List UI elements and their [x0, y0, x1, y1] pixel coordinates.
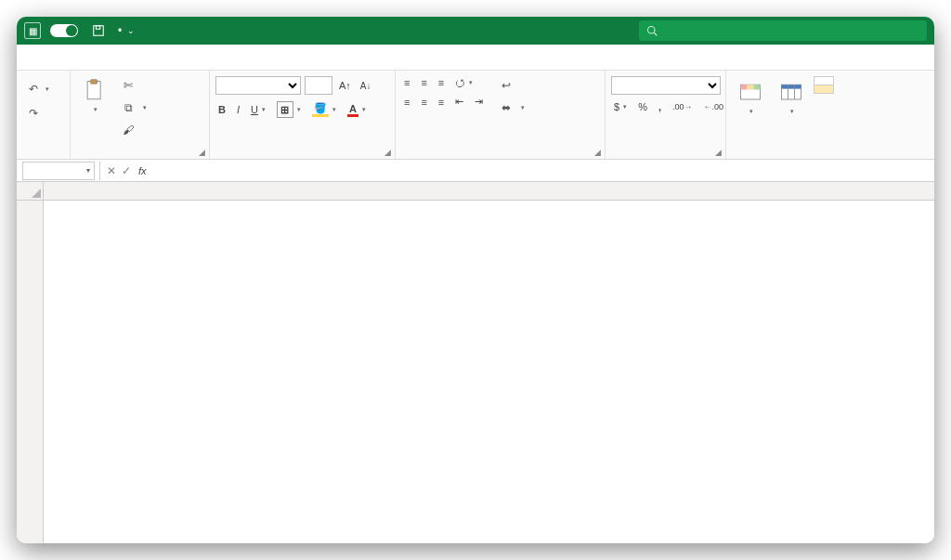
currency-button[interactable]: $▾	[611, 100, 630, 113]
svg-rect-7	[741, 85, 748, 89]
svg-rect-0	[94, 26, 104, 36]
autosave-toggle[interactable]	[46, 24, 78, 37]
comma-button[interactable]: ,	[656, 100, 664, 113]
accept-formula-button[interactable]: ✓	[122, 164, 131, 177]
cells-area[interactable]	[44, 201, 934, 543]
dialog-launcher-icon[interactable]: ◢	[384, 148, 391, 157]
svg-point-2	[648, 27, 656, 34]
column-headers	[44, 182, 934, 201]
align-center-button[interactable]: ≡	[418, 96, 429, 109]
svg-rect-9	[754, 85, 761, 89]
svg-rect-5	[91, 80, 98, 84]
undo-button[interactable]: ↶▾	[22, 80, 64, 98]
cancel-formula-button[interactable]: ✕	[107, 164, 116, 177]
cut-button[interactable]: ✄	[117, 76, 150, 95]
decrease-decimal-button[interactable]: ←.00	[700, 101, 726, 112]
formula-bar: ▾ ✕ ✓ fx	[17, 160, 934, 182]
percent-button[interactable]: %	[635, 100, 650, 113]
svg-line-3	[654, 33, 657, 35]
format-painter-button[interactable]: 🖌	[117, 121, 150, 139]
svg-rect-11	[782, 85, 801, 88]
toggle-switch-icon	[50, 24, 78, 37]
redo-button[interactable]: ↷	[22, 104, 64, 123]
increase-font-button[interactable]: A↑	[336, 79, 354, 92]
svg-rect-1	[96, 26, 99, 30]
document-title[interactable]: • ⌄	[115, 24, 135, 37]
merge-center-button[interactable]: ⬌▾	[495, 98, 528, 117]
excel-window: ▦ • ⌄ ↶▾ ↷	[17, 17, 934, 543]
align-left-button[interactable]: ≡	[401, 96, 412, 109]
font-color-button[interactable]: A▾	[345, 102, 369, 118]
dialog-launcher-icon[interactable]: ◢	[715, 148, 722, 157]
save-icon[interactable]	[89, 21, 108, 40]
style-neutral[interactable]	[814, 85, 833, 93]
name-box[interactable]: ▾	[22, 162, 95, 180]
align-middle-button[interactable]: ≡	[418, 76, 429, 89]
chevron-down-icon: ⌄	[127, 26, 135, 35]
increase-indent-button[interactable]: ⇥	[472, 95, 486, 109]
chevron-down-icon: ▾	[86, 166, 94, 175]
fx-icon[interactable]: fx	[138, 165, 147, 176]
group-label-alignment	[401, 144, 599, 157]
font-name-select[interactable]	[215, 76, 301, 95]
font-size-input[interactable]	[305, 76, 332, 95]
search-icon	[646, 25, 658, 36]
conditional-formatting-button[interactable]: ▾	[732, 76, 769, 115]
bold-button[interactable]: B	[215, 103, 228, 116]
align-top-button[interactable]: ≡	[401, 76, 412, 89]
italic-button[interactable]: I	[234, 103, 242, 116]
orientation-button[interactable]: ⭯▾	[452, 76, 476, 89]
underline-button[interactable]: U▾	[248, 103, 268, 116]
excel-icon: ▦	[24, 22, 41, 39]
format-as-table-button[interactable]: ▾	[773, 76, 810, 115]
align-right-button[interactable]: ≡	[436, 96, 447, 109]
fill-color-button[interactable]: 🪣▾	[309, 101, 339, 118]
paste-button[interactable]: ▾	[76, 74, 113, 113]
ribbon: ↶▾ ↷ ▾ ✄ ⧉▾ 🖌 ◢	[17, 71, 934, 160]
dialog-launcher-icon[interactable]: ◢	[594, 148, 601, 157]
dialog-launcher-icon[interactable]: ◢	[199, 148, 205, 157]
style-normal[interactable]	[814, 77, 833, 85]
row-headers	[17, 201, 44, 543]
group-label-number	[611, 144, 720, 157]
align-bottom-button[interactable]: ≡	[436, 76, 447, 89]
worksheet-grid[interactable]	[17, 182, 934, 543]
search-input[interactable]	[639, 20, 927, 41]
decrease-indent-button[interactable]: ⇤	[452, 95, 466, 109]
title-bar: ▦ • ⌄	[17, 17, 934, 45]
copy-button[interactable]: ⧉▾	[117, 98, 150, 117]
menu-tabs	[17, 45, 934, 71]
select-all-button[interactable]	[17, 182, 44, 201]
svg-rect-8	[748, 85, 754, 89]
increase-decimal-button[interactable]: .00→	[670, 101, 696, 112]
decrease-font-button[interactable]: A↓	[358, 80, 374, 92]
border-button[interactable]: ⊞▾	[274, 100, 304, 119]
wrap-text-button[interactable]: ↩	[495, 76, 528, 95]
group-label-undo	[22, 144, 64, 157]
group-label-font	[215, 144, 389, 157]
group-label-clipboard	[76, 144, 203, 157]
number-format-select[interactable]	[611, 76, 721, 95]
cell-styles-gallery[interactable]	[814, 76, 834, 94]
